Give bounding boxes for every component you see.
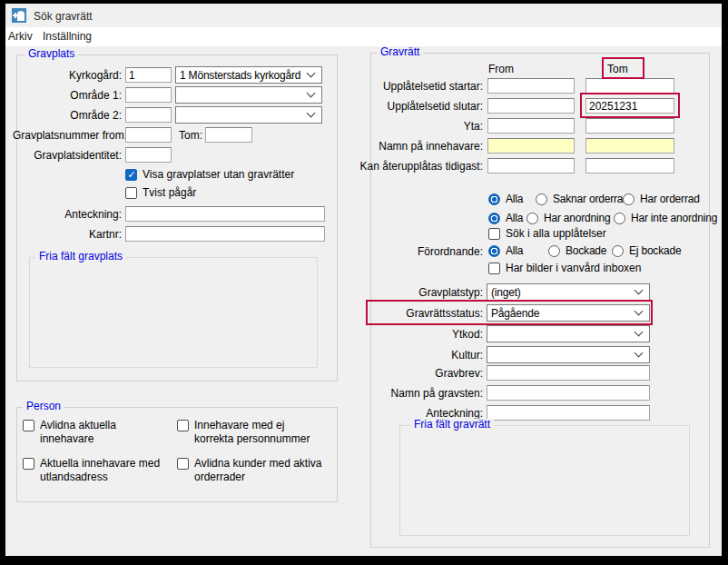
gravplatsidentitet-input[interactable] [125,147,172,163]
omrade1-label: Område 1: [13,90,122,102]
radio-forordnande-alla[interactable]: Alla [488,244,523,257]
fria-falt-gravplats-title: Fria fält gravplats [35,251,126,263]
gravbrev-label: Gravbrev: [359,368,483,380]
radio-unchecked-icon [548,245,560,257]
checkbox-label: Sök i alla upplåtelser [506,227,606,240]
radio-har-orderrad[interactable]: Har orderrad [623,193,700,205]
omrade2-label: Område 2: [13,110,122,122]
checkbox-unchecked-icon [177,420,189,431]
kan-aterupplatas-tidigast-label: Kan återupplåtas tidigast: [359,161,483,173]
anteckning-input[interactable] [125,206,325,222]
ytkod-dropdown[interactable] [487,325,650,342]
radio-unchecked-icon [536,193,547,205]
gravplatsidentitet-label: Gravplatsidentitet: [13,150,122,162]
gravrattsstatus-dropdown-value: Pågående [491,307,634,320]
upplatelsetid-startar-label: Upplåtelsetid startar: [359,81,483,93]
radio-label: Har orderrad [640,193,700,205]
namn-pa-innehavare-from-input[interactable] [487,138,575,154]
radio-forordnande-ej-bockade[interactable]: Ej bockade [612,244,681,257]
yta-from-input[interactable] [487,118,575,134]
kultur-label: Kultur: [359,350,483,362]
radio-checked-icon [488,193,500,205]
aktuella-innehavare-utlandsadress-checkbox[interactable]: Aktuella innehavare med utlandsadress [23,457,168,484]
app-grave-icon [12,8,26,23]
har-bilder-vanvard-inboxen-checkbox[interactable]: Har bilder i vanvård inboxen [488,262,641,274]
menu-installning[interactable]: Inställning [43,30,92,43]
radio-label: Har inte anordning [631,212,717,224]
kartnr-input[interactable] [125,226,325,242]
forordnande-label: Förordnande: [359,246,483,258]
checkbox-label: Visa gravplatser utan gravrätter [143,168,294,181]
omrade2-dropdown[interactable] [175,106,322,124]
radio-har-inte-anordning[interactable]: Har inte anordning [614,212,717,224]
checkbox-label: Aktuella innehavare med utlandsadress [40,457,168,484]
kyrkogard-label: Kyrkogård: [13,70,122,82]
gravrattsstatus-dropdown[interactable]: Pågående [487,304,650,322]
radio-har-anordning[interactable]: Har anordning [526,212,610,224]
radio-checked-icon [488,245,500,257]
kyrkogard-dropdown[interactable]: 1 Mönsterstads kyrkogård [175,66,322,84]
checkbox-label: Har bilder i vanvård inboxen [506,262,641,274]
checkbox-label: Innehavare med ej korrekta personnummer [194,419,327,446]
radio-checked-icon [488,213,500,224]
avlidna-aktuella-innehavare-checkbox[interactable]: Avlidna aktuella innehavare [23,419,168,446]
radio-label: Saknar orderrad [553,193,629,205]
tom-column-header: Tom [607,64,628,75]
chevron-down-icon [307,89,316,98]
chevron-down-icon [635,328,644,337]
kultur-dropdown[interactable] [487,346,650,363]
fria-falt-gravratt-title: Fria fält gravrätt [410,419,494,431]
checkbox-unchecked-icon [488,263,500,274]
anteckning-label: Anteckning: [13,209,122,221]
radio-forordnande-bockade[interactable]: Bockade [548,244,606,257]
omrade1-code-input[interactable] [125,87,172,103]
radio-orderrad-alla[interactable]: Alla [488,193,523,205]
tvist-pagar-checkbox[interactable]: Tvist pågår [125,186,196,199]
namn-pa-innehavare-tom-input[interactable] [585,138,674,154]
kan-aterupplatas-tom-input[interactable] [585,158,674,173]
gravrattsstatus-label: Gravrättsstatus: [359,308,483,320]
menubar [5,27,722,46]
gravratt-anteckning-input[interactable] [487,405,650,421]
person-group-title: Person [23,401,64,412]
innehavare-ej-korrekta-personnummer-checkbox[interactable]: Innehavare med ej korrekta personnummer [177,419,327,446]
namn-pa-gravsten-input[interactable] [487,385,650,401]
visa-gravplatser-utan-gravratter-checkbox[interactable]: Visa gravplatser utan gravrätter [125,168,294,181]
menu-arkiv[interactable]: Arkiv [8,30,33,43]
gravplatstyp-label: Gravplatstyp: [359,287,483,299]
radio-unchecked-icon [526,213,538,224]
yta-tom-input[interactable] [585,118,674,134]
gravplatsnummer-tom-input[interactable] [205,127,252,143]
kan-aterupplatas-from-input[interactable] [487,158,575,173]
checkbox-unchecked-icon [125,187,137,199]
avlidna-kunder-aktiva-orderrader-checkbox[interactable]: Avlidna kunder med aktiva orderrader [177,457,327,484]
gravplatsnummer-from-input[interactable] [125,127,172,143]
upplatelsetid-slutar-tom-input[interactable] [585,98,674,114]
upplatelsetid-startar-from-input[interactable] [487,78,575,94]
kyrkogard-dropdown-value: 1 Mönsterstads kyrkogård [180,69,306,82]
upplatelsetid-slutar-from-input[interactable] [487,98,575,114]
fria-falt-gravratt-groupbox [399,425,690,536]
gravratt-group-title: Gravrätt [377,46,423,58]
omrade2-code-input[interactable] [125,107,172,123]
sok-i-alla-upplatelser-checkbox[interactable]: Sök i alla upplåtelser [488,227,606,240]
gravplatsnummer-from-label: Gravplatsnummer from: [13,130,122,142]
ytkod-label: Ytkod: [359,329,483,341]
radio-label: Ej bockade [629,244,681,257]
checkbox-unchecked-icon [23,420,34,431]
gravbrev-input[interactable] [487,365,650,381]
kyrkogard-code-input[interactable] [125,67,172,83]
upplatelsetid-startar-tom-input[interactable] [585,78,674,94]
upplatelsetid-slutar-label: Upplåtelsetid slutar: [359,101,483,113]
omrade1-dropdown[interactable] [175,86,322,104]
checkbox-checked-icon [125,169,137,181]
radio-saknar-orderrad[interactable]: Saknar orderrad [536,193,629,205]
gravplatstyp-dropdown[interactable]: (inget) [487,283,650,301]
window-title: Sök gravrätt [34,10,93,23]
chevron-down-icon [635,307,644,316]
radio-anordning-alla[interactable]: Alla [488,212,523,224]
checkbox-unchecked-icon [488,228,500,240]
radio-label: Alla [506,212,523,224]
namn-pa-gravsten-label: Namn på gravsten: [359,388,483,400]
radio-label: Alla [506,193,523,205]
